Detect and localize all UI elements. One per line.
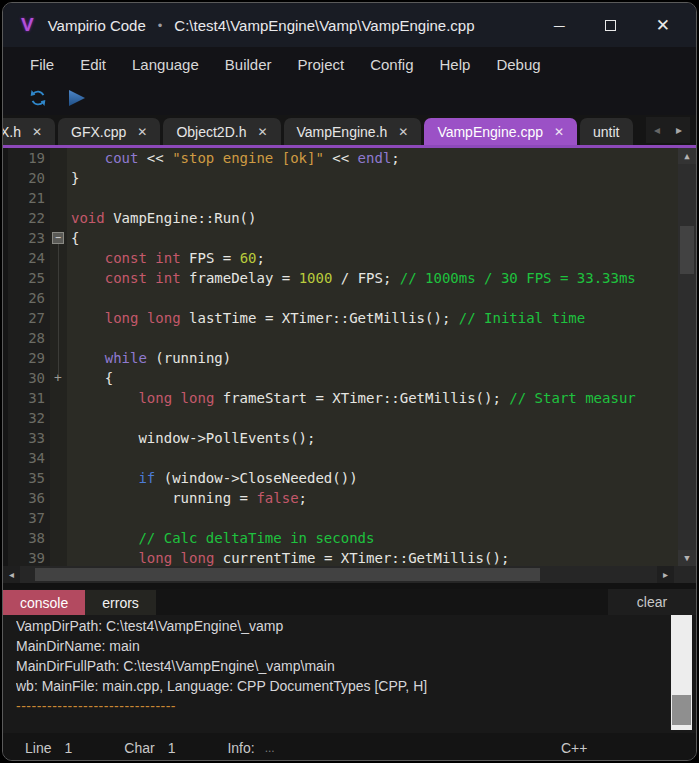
line-number: 29	[8, 348, 45, 368]
code-line[interactable]	[71, 448, 678, 468]
code-line[interactable]: void VampEngine::Run()	[71, 208, 678, 228]
fold-collapse-icon[interactable]: −	[52, 232, 64, 244]
code-token: long	[181, 390, 215, 406]
code-token: frameStart = XTimer::GetMillis();	[214, 390, 509, 406]
fold-expand-icon[interactable]: +	[52, 372, 64, 384]
line-number: 25	[8, 268, 45, 288]
minimize-button[interactable]: ─	[554, 18, 565, 33]
menu-item-edit[interactable]: Edit	[67, 56, 119, 73]
status-line-value: 1	[64, 740, 72, 756]
line-number: 19	[8, 148, 45, 168]
code-line[interactable]: long long frameStart = XTimer::GetMillis…	[71, 388, 678, 408]
tab-close-icon[interactable]: ✕	[32, 125, 42, 139]
code-line[interactable]: const int FPS = 60;	[71, 248, 678, 268]
code-token: "stop engine [ok]"	[172, 150, 324, 166]
tab-label: VampEngine.h	[297, 124, 388, 140]
clear-button[interactable]: clear	[608, 589, 696, 615]
code-token: // Calc deltaTime in seconds	[138, 530, 374, 546]
line-number: 37	[8, 508, 45, 528]
menu-item-project[interactable]: Project	[284, 56, 357, 73]
editor-horizontal-scrollbar[interactable]: ◂ ▸	[3, 566, 696, 583]
code-token: ;	[256, 250, 264, 266]
code-token: 1000	[299, 270, 333, 286]
tab-close-icon[interactable]: ✕	[554, 125, 564, 139]
code-line[interactable]: const int frameDelay = 1000 / FPS; // 10…	[71, 268, 678, 288]
code-line[interactable]: cout << "stop engine [ok]" << endl;	[71, 148, 678, 168]
code-line[interactable]	[71, 188, 678, 208]
tab-vampengine-h[interactable]: VampEngine.h✕	[284, 118, 422, 145]
refresh-icon	[28, 88, 48, 108]
line-number: 38	[8, 528, 45, 548]
code-line[interactable]: {	[71, 368, 678, 388]
tab-vampengine-cpp[interactable]: VampEngine.cpp✕	[424, 118, 577, 145]
menu-item-file[interactable]: File	[17, 56, 67, 73]
tab-scroll-right-button[interactable]: ▸	[670, 119, 688, 141]
code-line[interactable]: }	[71, 168, 678, 188]
tab-close-icon[interactable]: ✕	[257, 125, 267, 139]
run-button[interactable]	[65, 87, 87, 109]
code-line[interactable]: if (window->CloseNeeded())	[71, 468, 678, 488]
tab-scroll-left-button[interactable]: ◂	[648, 119, 666, 141]
menu-item-language[interactable]: Language	[119, 56, 212, 73]
console-scrollbar[interactable]	[671, 615, 692, 730]
code-token: frameDelay =	[181, 270, 299, 286]
fold-strip: −+	[50, 148, 67, 566]
code-line[interactable]	[71, 328, 678, 348]
tab-strip: X.h✕GFX.cpp✕Object2D.h✕VampEngine.h✕Vamp…	[3, 115, 696, 145]
tab-label: VampEngine.cpp	[437, 124, 543, 140]
code-line[interactable]: {	[71, 228, 678, 248]
status-char-value: 1	[168, 740, 176, 756]
refresh-button[interactable]	[27, 87, 49, 109]
code-line[interactable]: running = false;	[71, 488, 678, 508]
tab-label: GFX.cpp	[71, 124, 126, 140]
scroll-down-arrow-icon[interactable]: ▼	[678, 550, 696, 566]
code-token: long	[147, 310, 181, 326]
code-line[interactable]	[71, 288, 678, 308]
console-line: wb: MainFile: main.cpp, Language: CPP Do…	[16, 678, 666, 698]
scroll-right-arrow-icon[interactable]: ▸	[657, 566, 674, 583]
code-token: long	[181, 550, 215, 566]
console-tab-console[interactable]: console	[3, 590, 85, 615]
statusbar: Line 1 Char 1 Info: ... C++	[3, 733, 696, 761]
code-line[interactable]: while (running)	[71, 348, 678, 368]
app-window: V Vampirio Code • C:\test4\VampEngine\Va…	[2, 2, 697, 761]
console-tab-errors[interactable]: errors	[85, 590, 156, 615]
code-line[interactable]: long long lastTime = XTimer::GetMillis()…	[71, 308, 678, 328]
code-token: FPS =	[181, 250, 240, 266]
console-header: consoleerrors clear	[3, 589, 696, 615]
code-line[interactable]: // Calc deltaTime in seconds	[71, 528, 678, 548]
code-token: const	[105, 270, 147, 286]
line-number: 20	[8, 168, 45, 188]
code-line[interactable]	[71, 508, 678, 528]
menu-item-config[interactable]: Config	[357, 56, 426, 73]
tab-scroll-buttons: ◂ ▸	[646, 117, 690, 143]
code-token: long	[138, 550, 172, 566]
scroll-left-arrow-icon[interactable]: ◂	[3, 566, 20, 583]
line-number: 31	[8, 388, 45, 408]
code-token: // Initial time	[459, 310, 585, 326]
console-scrollbar-thumb[interactable]	[672, 695, 691, 725]
maximize-button[interactable]	[605, 20, 616, 31]
close-button[interactable]: ✕	[656, 17, 670, 34]
scroll-up-arrow-icon[interactable]: ▲	[678, 148, 696, 164]
code-line[interactable]: window->PollEvents();	[71, 428, 678, 448]
code-token: currentTime = XTimer::GetMillis();	[214, 550, 509, 566]
tab-object2d-h[interactable]: Object2D.h✕	[163, 118, 280, 145]
code-editor[interactable]: 1920212223242526272829303132333435363738…	[3, 148, 696, 566]
code-line[interactable]	[71, 408, 678, 428]
code-line[interactable]: long long currentTime = XTimer::GetMilli…	[71, 548, 678, 566]
editor-vertical-scrollbar[interactable]: ▲ ▼	[678, 148, 696, 566]
tab-close-icon[interactable]: ✕	[398, 125, 408, 139]
console-line: MainDirFullPath: C:\test4\VampEngine\_va…	[16, 658, 666, 678]
code-token: (window->CloseNeeded())	[155, 470, 357, 486]
tab-untit[interactable]: untit	[580, 118, 632, 145]
horizontal-scrollbar-thumb[interactable]	[35, 568, 540, 581]
tab-close-icon[interactable]: ✕	[137, 125, 147, 139]
vertical-scrollbar-thumb[interactable]	[680, 226, 694, 274]
menu-item-debug[interactable]: Debug	[483, 56, 553, 73]
menu-item-builder[interactable]: Builder	[212, 56, 285, 73]
line-number: 32	[8, 408, 45, 428]
tab-x-h[interactable]: X.h✕	[3, 118, 55, 145]
tab-gfx-cpp[interactable]: GFX.cpp✕	[58, 118, 160, 145]
menu-item-help[interactable]: Help	[427, 56, 484, 73]
